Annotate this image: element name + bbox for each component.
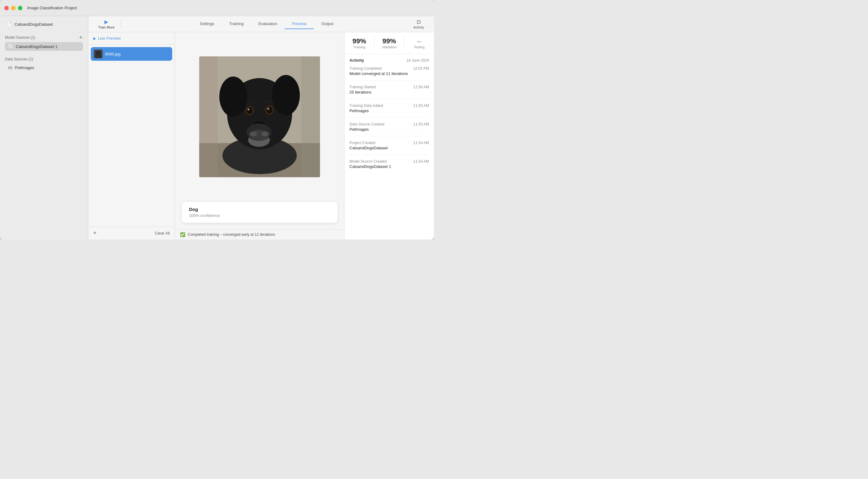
activity-entry-header: Project Created 11:54 AM xyxy=(349,141,429,145)
activity-entry: Model Source Created 11:54 AM CatsandDog… xyxy=(349,159,429,173)
activity-entry-detail: CatsandDogsDataset 1 xyxy=(349,164,429,169)
tab-evaluation[interactable]: Evaluation xyxy=(251,19,285,29)
model-sources-title: Model Sources (1) xyxy=(5,35,35,40)
activity-entry-detail: PetImages xyxy=(349,127,429,132)
svg-point-10 xyxy=(247,107,253,114)
sidebar-dataset-section: 📄 CatsandDogsDataset xyxy=(0,16,88,31)
validation-label: Validation xyxy=(377,45,402,49)
svg-point-21 xyxy=(261,131,269,136)
activity-entry-detail: 25 iterations xyxy=(349,90,429,94)
activity-entry-time: 11:54 AM xyxy=(413,141,429,145)
training-label: Training xyxy=(347,45,372,49)
activity-entry-name: Training Started xyxy=(349,85,376,89)
activity-entry-name: Data Source Created xyxy=(349,122,384,126)
tab-training[interactable]: Training xyxy=(222,19,251,29)
title-bar: Image Classification Project xyxy=(0,0,434,16)
activity-entry-name: Training Completed xyxy=(349,66,382,71)
activity-entry-time: 11:55 AM xyxy=(413,122,429,126)
activity-panel-title: Activity xyxy=(349,58,364,63)
file-name: 9990.jpg xyxy=(105,52,121,56)
activity-entry-header: Training Completed 12:02 PM xyxy=(349,66,429,71)
svg-point-13 xyxy=(267,107,273,113)
train-more-label: Train More xyxy=(98,25,115,29)
svg-point-8 xyxy=(272,75,300,115)
activity-entry-header: Training Started 11:56 AM xyxy=(349,85,429,89)
activity-entry-detail: CatsandDogsDataset xyxy=(349,146,429,150)
data-source-icon: 🗃 xyxy=(8,65,12,70)
activity-entry-name: Training Data Added xyxy=(349,103,383,108)
svg-point-11 xyxy=(248,109,249,110)
sidebar-dataset-item[interactable]: 📄 CatsandDogsDataset xyxy=(5,20,83,29)
data-source-name: PetImages xyxy=(15,65,34,70)
activity-entry-detail: Model converged at 11 iterations xyxy=(349,71,429,76)
dog-image xyxy=(199,56,320,177)
stat-training: 99% Training xyxy=(344,36,374,50)
testing-label: Testing xyxy=(407,45,432,49)
file-item[interactable]: 9990.jpg xyxy=(91,47,172,61)
activity-button[interactable]: ⊡ Activity xyxy=(409,17,428,31)
nav-tabs: Settings Training Evaluation Preview Out… xyxy=(124,19,409,29)
model-sources-section: Model Sources (1) + ⬜ CatsandDogsDataset… xyxy=(0,31,88,53)
traffic-lights xyxy=(4,6,22,10)
close-button[interactable] xyxy=(4,6,9,10)
activity-entry-name: Model Source Created xyxy=(349,159,386,163)
sidebar-item-model-source[interactable]: ⬜ CatsandDogsDataset 1 xyxy=(5,42,83,51)
file-thumbnail xyxy=(94,50,102,58)
add-model-source-button[interactable]: + xyxy=(79,35,83,40)
tab-output[interactable]: Output xyxy=(314,19,341,29)
activity-entry: Data Source Created 11:55 AM PetImages xyxy=(349,122,429,136)
file-list: 9990.jpg xyxy=(88,44,175,227)
minimize-button[interactable] xyxy=(11,6,16,10)
activity-date: 18 June 2024 xyxy=(406,58,429,63)
status-text: Completed training – converged early at … xyxy=(188,232,275,237)
activity-entry-time: 11:54 AM xyxy=(413,159,429,163)
play-icon: ▶ xyxy=(104,19,108,25)
tab-settings[interactable]: Settings xyxy=(192,19,222,29)
toolbar: ▶ Train More Settings Training Evaluatio… xyxy=(88,16,434,32)
activity-entry-name: Project Created xyxy=(349,141,375,145)
right-panel: 99% Training 99% Validation -- Testing xyxy=(344,32,434,239)
middle-panel: ▶ Live Preview 999 xyxy=(88,32,175,239)
maximize-button[interactable] xyxy=(18,6,22,10)
activity-entry-detail: PetImages xyxy=(349,109,429,113)
data-sources-section: Data Sources (1) 🗃 PetImages xyxy=(0,53,88,74)
activity-entry-time: 12:02 PM xyxy=(413,66,429,71)
data-sources-title: Data Sources (1) xyxy=(5,57,33,61)
add-file-button[interactable]: + xyxy=(93,230,97,236)
live-preview-arrow-icon: ▶ xyxy=(93,36,96,40)
sidebar-item-data-source[interactable]: 🗃 PetImages xyxy=(5,63,83,72)
app-window: Image Classification Project 📄 CatsandDo… xyxy=(0,0,434,239)
middle-footer: + Clear All xyxy=(88,227,175,239)
preview-image-container xyxy=(175,32,344,201)
activity-label: Activity xyxy=(413,25,424,29)
prediction-label: Dog xyxy=(189,207,330,212)
clear-all-button[interactable]: Clear All xyxy=(155,231,170,236)
testing-value: -- xyxy=(407,37,432,45)
center-content: ▶ Train More Settings Training Evaluatio… xyxy=(88,16,434,239)
train-more-button[interactable]: ▶ Train More xyxy=(94,17,118,31)
activity-panel: Activity 18 June 2024 Training Completed… xyxy=(344,54,434,239)
svg-rect-23 xyxy=(302,56,320,177)
stats-bar: 99% Training 99% Validation -- Testing xyxy=(344,32,434,54)
stat-validation: 99% Validation xyxy=(374,36,405,50)
svg-rect-22 xyxy=(199,56,218,177)
training-value: 99% xyxy=(347,37,372,45)
preview-area: Dog 100% confidence ✅ Completed training… xyxy=(175,32,344,239)
activity-entry-header: Data Source Created 11:55 AM xyxy=(349,122,429,126)
validation-value: 99% xyxy=(377,37,402,45)
tab-preview[interactable]: Preview xyxy=(285,19,314,29)
status-bar: ✅ Completed training – converged early a… xyxy=(175,229,344,239)
activity-entry-header: Training Data Added 11:55 AM xyxy=(349,103,429,108)
model-source-icon: ⬜ xyxy=(8,44,13,49)
activity-header: Activity 18 June 2024 xyxy=(349,58,429,63)
dataset-icon: 📄 xyxy=(7,22,12,27)
prediction-box: Dog 100% confidence xyxy=(181,201,338,223)
live-preview-header: ▶ Live Preview xyxy=(88,32,175,44)
activity-entry-time: 11:56 AM xyxy=(413,85,429,89)
live-preview-label: Live Preview xyxy=(98,36,121,40)
svg-point-20 xyxy=(250,131,257,136)
panels-row: ▶ Live Preview 999 xyxy=(88,32,434,239)
project-title: Image Classification Project xyxy=(27,6,77,10)
sidebar: 📄 CatsandDogsDataset Model Sources (1) +… xyxy=(0,16,88,239)
activity-entry-time: 11:55 AM xyxy=(413,103,429,108)
